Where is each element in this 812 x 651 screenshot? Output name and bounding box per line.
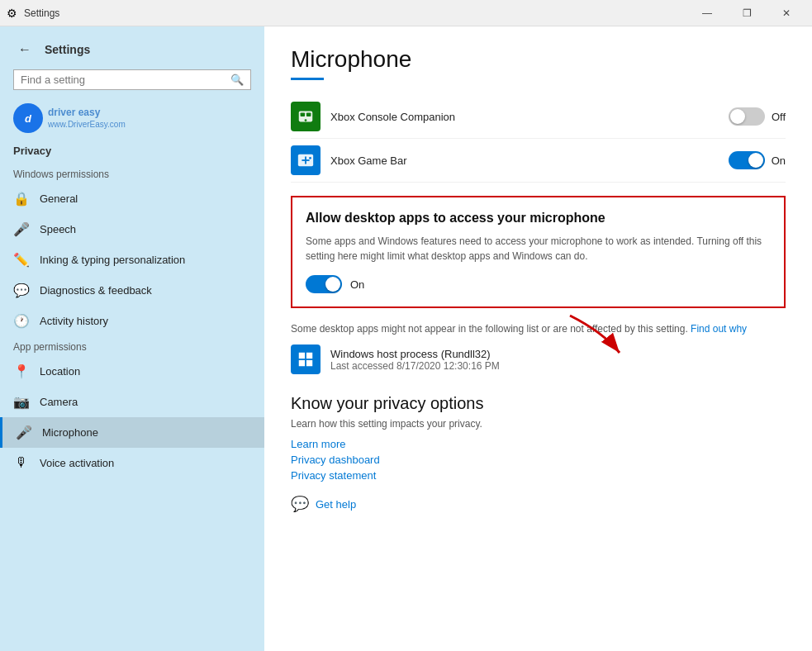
allow-desktop-knob <box>325 277 340 292</box>
get-help-row[interactable]: 💬 Get help <box>291 495 786 513</box>
privacy-statement-link[interactable]: Privacy statement <box>291 469 786 482</box>
xbox-game-name: Xbox Game Bar <box>330 154 729 167</box>
get-help-text[interactable]: Get help <box>316 498 356 511</box>
minimize-button[interactable]: — <box>688 0 726 26</box>
process-icon <box>291 345 321 374</box>
info-text: Some desktop apps might not appear in th… <box>291 321 786 336</box>
process-time: Last accessed 8/17/2020 12:30:16 PM <box>330 360 500 372</box>
watermark-text: driver easy www.DriverEasy.com <box>48 107 126 131</box>
sidebar-item-activity-label: Activity history <box>40 315 108 327</box>
sidebar-item-general-label: General <box>40 192 78 205</box>
allow-desktop-box: Allow desktop apps to access your microp… <box>291 196 786 308</box>
sidebar-item-location[interactable]: 📍 Location <box>0 356 264 387</box>
svg-rect-11 <box>299 360 305 366</box>
sidebar-item-diagnostics[interactable]: 💬 Diagnostics & feedback <box>0 275 264 306</box>
xbox-game-toggle-label: On <box>729 151 786 169</box>
maximize-button[interactable]: ❐ <box>728 0 766 26</box>
watermark-area: d driver easy www.DriverEasy.com <box>0 100 264 140</box>
sidebar-item-camera-label: Camera <box>40 396 78 408</box>
privacy-section: Know your privacy options Learn how this… <box>291 394 786 482</box>
svg-rect-10 <box>306 353 312 359</box>
xbox-game-toggle[interactable] <box>729 151 765 169</box>
search-box: 🔍 <box>13 69 251 90</box>
app-row-xbox-game: Xbox Game Bar On <box>291 139 786 183</box>
xbox-console-toggle-text: Off <box>772 111 786 123</box>
privacy-section-desc: Learn how this setting impacts your priv… <box>291 418 786 430</box>
main-layout: ← Settings 🔍 d driver easy www.DriverEas… <box>0 26 812 651</box>
app-permissions-label: App permissions <box>0 336 264 356</box>
search-icon: 🔍 <box>230 74 244 86</box>
allow-desktop-toggle[interactable] <box>306 275 342 293</box>
xbox-game-slider <box>729 151 765 169</box>
xbox-console-knob <box>730 109 745 124</box>
privacy-dashboard-link[interactable]: Privacy dashboard <box>291 454 786 466</box>
diagnostics-icon: 💬 <box>13 283 30 298</box>
privacy-heading: Privacy <box>0 140 264 164</box>
svg-rect-9 <box>299 353 305 359</box>
allow-desktop-toggle-row: On <box>306 275 771 293</box>
allow-desktop-desc: Some apps and Windows features need to a… <box>306 234 771 264</box>
titlebar-title: Settings <box>24 7 59 19</box>
watermark-logo: d <box>13 103 43 133</box>
allow-desktop-slider <box>306 275 342 293</box>
sidebar-item-speech-label: Speech <box>40 223 76 235</box>
sidebar-item-inking-label: Inking & typing personalization <box>40 254 185 266</box>
sidebar-header: ← Settings <box>0 26 264 69</box>
sidebar-item-location-label: Location <box>40 365 80 378</box>
title-underline <box>291 78 324 80</box>
voice-icon: 🎙 <box>13 455 30 470</box>
get-help-icon: 💬 <box>291 495 309 513</box>
activity-icon: 🕐 <box>13 313 30 329</box>
xbox-console-svg <box>297 107 315 126</box>
back-button[interactable]: ← <box>13 38 36 61</box>
allow-desktop-title: Allow desktop apps to access your microp… <box>306 211 771 226</box>
close-button[interactable]: ✕ <box>767 0 805 26</box>
learn-more-link[interactable]: Learn more <box>291 438 786 450</box>
settings-icon: ⚙ <box>7 7 17 20</box>
find-out-why-link[interactable]: Find out why <box>691 323 747 335</box>
sidebar-item-general[interactable]: 🔒 General <box>0 183 264 214</box>
inking-icon: ✏️ <box>13 252 30 268</box>
svg-rect-1 <box>301 112 306 116</box>
svg-point-3 <box>305 119 307 121</box>
process-info: Windows host process (Rundll32) Last acc… <box>330 348 500 372</box>
sidebar-item-microphone-label: Microphone <box>42 426 98 439</box>
sidebar-item-speech[interactable]: 🎤 Speech <box>0 214 264 245</box>
microphone-icon: 🎤 <box>16 425 32 440</box>
content-area: Microphone Xbox Console Companion <box>264 26 812 651</box>
xbox-console-name: Xbox Console Companion <box>330 111 729 123</box>
process-name: Windows host process (Rundll32) <box>330 348 500 360</box>
allow-desktop-toggle-text: On <box>350 278 364 291</box>
location-icon: 📍 <box>13 364 30 379</box>
windows-permissions-label: Windows permissions <box>0 164 264 183</box>
xbox-game-knob <box>748 153 763 168</box>
speech-icon: 🎤 <box>13 221 30 237</box>
lock-icon: 🔒 <box>13 191 30 207</box>
page-title: Microphone <box>291 46 786 73</box>
sidebar-item-diagnostics-label: Diagnostics & feedback <box>40 284 152 297</box>
privacy-section-title: Know your privacy options <box>291 394 786 413</box>
xbox-game-svg <box>297 151 315 169</box>
info-text-content: Some desktop apps might not appear in th… <box>291 323 688 335</box>
titlebar-controls: — ❐ ✕ <box>688 0 805 26</box>
sidebar-item-camera[interactable]: 📷 Camera <box>0 387 264 417</box>
sidebar-item-inking[interactable]: ✏️ Inking & typing personalization <box>0 245 264 275</box>
svg-point-7 <box>309 157 311 159</box>
xbox-console-toggle[interactable] <box>729 107 765 126</box>
xbox-console-icon <box>291 102 321 131</box>
xbox-console-toggle-label: Off <box>729 107 786 126</box>
search-input[interactable] <box>21 74 226 86</box>
process-svg <box>297 350 315 368</box>
process-row: Windows host process (Rundll32) Last acc… <box>291 345 786 374</box>
app-row-xbox-console: Xbox Console Companion Off <box>291 95 786 139</box>
sidebar-item-microphone[interactable]: 🎤 Microphone <box>0 417 264 448</box>
sidebar-item-voice[interactable]: 🎙 Voice activation <box>0 448 264 478</box>
xbox-game-toggle-text: On <box>772 154 786 167</box>
camera-icon: 📷 <box>13 394 30 410</box>
titlebar: ⚙ Settings — ❐ ✕ <box>0 0 812 26</box>
sidebar-item-activity[interactable]: 🕐 Activity history <box>0 306 264 336</box>
titlebar-left: ⚙ Settings <box>7 7 59 20</box>
xbox-game-icon <box>291 145 321 175</box>
sidebar-item-voice-label: Voice activation <box>40 457 114 469</box>
sidebar: ← Settings 🔍 d driver easy www.DriverEas… <box>0 26 264 651</box>
